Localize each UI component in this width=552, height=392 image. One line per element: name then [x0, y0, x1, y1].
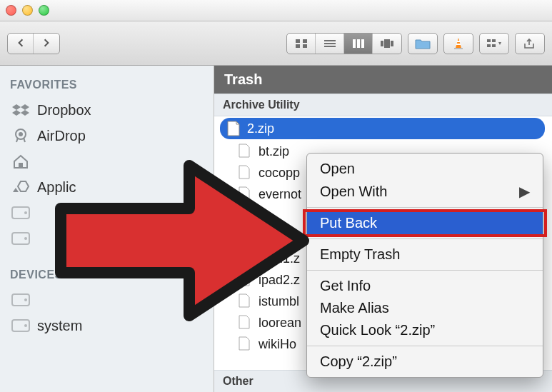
sidebar-item-home[interactable] — [0, 149, 214, 174]
share-button[interactable] — [515, 33, 545, 54]
svg-rect-19 — [492, 44, 496, 47]
svg-point-26 — [24, 237, 27, 240]
svg-rect-12 — [391, 41, 393, 46]
sidebar-item-label: Applic — [37, 179, 76, 196]
nav-forward-button[interactable] — [34, 34, 59, 54]
view-list-button[interactable] — [316, 34, 344, 54]
svg-rect-4 — [324, 40, 336, 41]
menu-item-open[interactable]: Open — [307, 158, 543, 180]
svg-rect-5 — [324, 43, 336, 44]
view-mode-segmented — [286, 33, 402, 54]
nav-buttons — [7, 33, 60, 54]
zip-file-icon — [239, 251, 253, 266]
home-icon — [11, 153, 30, 170]
svg-point-28 — [24, 298, 27, 301]
svg-rect-3 — [303, 44, 307, 48]
group-header-archive-utility: Archive Utility — [214, 94, 552, 116]
zip-file-icon — [239, 186, 253, 202]
minimize-window-button[interactable] — [22, 5, 33, 16]
menu-separator — [307, 207, 543, 208]
svg-point-21 — [19, 132, 23, 136]
sidebar-item-label: AirDrop — [37, 128, 86, 144]
window-titlebar — [0, 0, 552, 21]
vlc-cone-icon[interactable] — [443, 33, 473, 54]
svg-rect-14 — [457, 41, 461, 42]
menu-separator — [307, 270, 543, 271]
svg-rect-7 — [353, 39, 356, 48]
disk-icon — [11, 204, 30, 221]
applications-icon — [11, 179, 30, 196]
sidebar-item-dropbox[interactable]: Dropbox — [0, 97, 214, 123]
svg-rect-1 — [303, 39, 307, 43]
zip-file-icon — [239, 293, 253, 309]
menu-item-put-back[interactable]: Put Back — [307, 212, 543, 234]
sidebar-item-system[interactable]: system — [0, 313, 214, 338]
sidebar-item-applications[interactable]: Applic — [0, 174, 214, 200]
sidebar-item-airdrop[interactable]: AirDrop — [0, 123, 214, 149]
svg-rect-16 — [487, 39, 491, 42]
file-name: loorean — [259, 316, 301, 331]
view-column-button[interactable] — [344, 34, 373, 54]
sidebar-item-label: Dropbox — [37, 102, 91, 119]
svg-rect-18 — [487, 44, 491, 47]
svg-rect-6 — [324, 46, 336, 47]
dropbox-icon — [11, 101, 30, 119]
content-header-trash: Trash — [214, 66, 552, 94]
zip-file-icon — [239, 272, 253, 288]
finder-sidebar: FAVORITES Dropbox AirDrop Applic — [0, 66, 214, 392]
zip-file-icon — [227, 121, 241, 136]
file-name: cocopp — [259, 166, 300, 181]
menu-separator — [307, 238, 543, 239]
sidebar-item-disk[interactable] — [0, 226, 214, 251]
menu-item-make-alias[interactable]: Make Alias — [307, 297, 543, 319]
svg-rect-0 — [296, 39, 300, 43]
sidebar-item-disk[interactable] — [0, 200, 214, 226]
svg-rect-8 — [357, 39, 360, 48]
zip-file-icon — [239, 208, 253, 223]
file-name: 2.zip — [247, 121, 274, 136]
action-menu-button[interactable] — [479, 33, 509, 54]
zip-file-icon — [239, 144, 253, 159]
file-name: istumbl — [259, 294, 299, 309]
sidebar-item-label: system — [37, 318, 82, 334]
context-menu: Open Open With▶ Put Back Empty Trash Get… — [306, 153, 543, 378]
menu-item-get-info[interactable]: Get Info — [307, 275, 543, 297]
menu-item-quick-look[interactable]: Quick Look “2.zip” — [307, 319, 543, 341]
zoom-window-button[interactable] — [39, 5, 49, 16]
svg-rect-22 — [19, 163, 23, 168]
svg-rect-17 — [492, 39, 496, 42]
view-icon-button[interactable] — [287, 34, 316, 54]
svg-rect-10 — [381, 41, 383, 46]
close-window-button[interactable] — [6, 5, 16, 16]
svg-point-24 — [24, 211, 27, 214]
disk-icon — [11, 291, 30, 308]
sidebar-section-favorites: FAVORITES — [0, 74, 214, 97]
zip-file-icon — [239, 336, 253, 352]
nav-back-button[interactable] — [8, 34, 34, 54]
sidebar-section-devices: DEVICES — [0, 264, 214, 287]
view-coverflow-button[interactable] — [373, 34, 401, 54]
airdrop-icon — [11, 127, 30, 144]
disk-icon — [11, 317, 30, 334]
folder-icon[interactable] — [408, 33, 438, 54]
zip-file-icon — [239, 165, 253, 181]
menu-item-open-with[interactable]: Open With▶ — [307, 180, 543, 203]
disk-icon — [11, 230, 30, 247]
file-row-selected[interactable]: 2.zip — [220, 118, 545, 139]
finder-toolbar — [0, 21, 552, 66]
file-name: ipad2.z — [259, 273, 300, 288]
file-name: bt.zip — [259, 144, 289, 159]
file-name: ag.z — [259, 230, 283, 245]
submenu-arrow-icon: ▶ — [519, 183, 530, 200]
sidebar-item-device[interactable] — [0, 287, 214, 313]
menu-separator — [307, 346, 543, 346]
svg-rect-15 — [456, 44, 461, 45]
zip-file-icon — [239, 315, 253, 331]
menu-item-empty-trash[interactable]: Empty Trash — [307, 243, 543, 266]
file-name: ipad1.z — [259, 251, 300, 266]
svg-rect-11 — [384, 39, 390, 48]
svg-point-30 — [24, 324, 27, 327]
svg-rect-2 — [296, 44, 300, 48]
svg-rect-9 — [361, 39, 364, 48]
menu-item-copy[interactable]: Copy “2.zip” — [307, 351, 543, 373]
